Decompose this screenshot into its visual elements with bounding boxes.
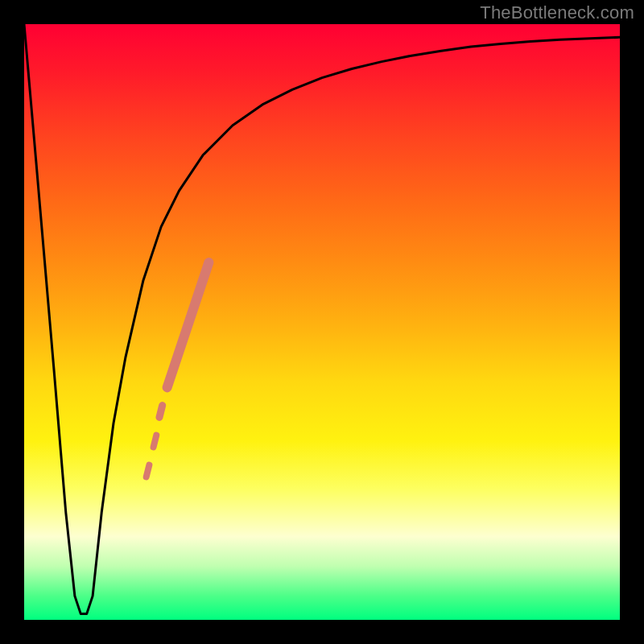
curve-layer [24,24,620,620]
chart-frame: TheBottleneck.com [0,0,644,644]
plot-area [24,24,620,620]
svg-line-3 [167,262,209,387]
bottleneck-curve [24,24,620,614]
svg-line-2 [159,406,163,418]
highlight-markers [147,262,209,477]
attribution-text: TheBottleneck.com [480,2,634,23]
svg-line-1 [154,436,157,448]
svg-line-0 [147,465,150,477]
